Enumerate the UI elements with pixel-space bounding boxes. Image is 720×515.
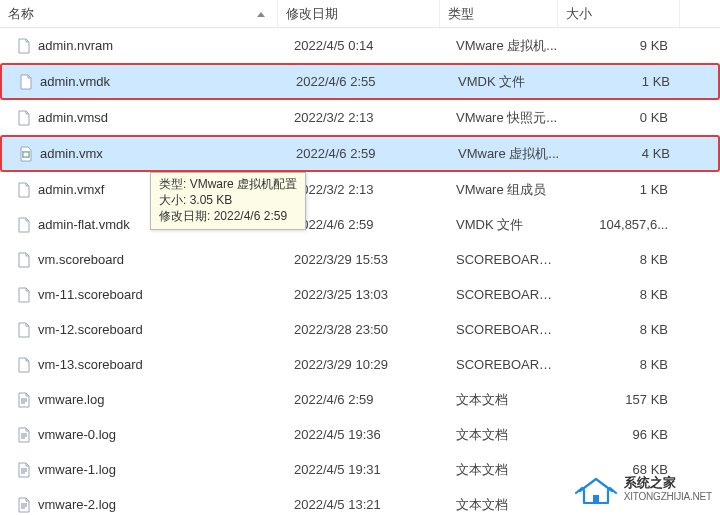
doc-file-icon (16, 182, 32, 198)
file-date-cell: 2022/3/29 10:29 (286, 357, 448, 372)
txt-file-icon (16, 392, 32, 408)
column-header-name[interactable]: 名称 (0, 0, 278, 27)
file-type-cell: SCOREBOARD 文... (448, 251, 566, 269)
txt-file-icon (16, 497, 32, 513)
file-name-cell[interactable]: vm-13.scoreboard (8, 357, 286, 373)
column-header-name-label: 名称 (8, 5, 34, 23)
txt-file-icon (16, 462, 32, 478)
column-header-date-label: 修改日期 (286, 5, 338, 23)
column-header-size[interactable]: 大小 (558, 0, 680, 27)
file-name-label: admin.nvram (38, 38, 113, 53)
file-size-cell: 4 KB (568, 146, 678, 161)
file-size-cell: 104,857,6... (566, 217, 676, 232)
file-name-label: admin.vmsd (38, 110, 108, 125)
file-row[interactable]: vm-11.scoreboard2022/3/25 13:03SCOREBOAR… (0, 277, 720, 312)
file-name-cell[interactable]: vmware-2.log (8, 497, 286, 513)
file-row[interactable]: admin-flat.vmdk2022/4/6 2:59VMDK 文件104,8… (0, 207, 720, 242)
file-type-cell: VMDK 文件 (450, 73, 568, 91)
file-row[interactable]: vm.scoreboard2022/3/29 15:53SCOREBOARD 文… (0, 242, 720, 277)
file-name-label: admin.vmx (40, 146, 103, 161)
file-name-cell[interactable]: vm.scoreboard (8, 252, 286, 268)
file-name-label: vmware-0.log (38, 427, 116, 442)
watermark-title: 系统之家 (624, 475, 712, 491)
file-size-cell: 8 KB (566, 357, 676, 372)
doc-file-icon (16, 252, 32, 268)
file-name-label: vm.scoreboard (38, 252, 124, 267)
file-name-cell[interactable]: admin.vmdk (10, 74, 288, 90)
column-header-type[interactable]: 类型 (440, 0, 558, 27)
file-name-cell[interactable]: admin.vmx (10, 146, 288, 162)
file-name-label: vm-12.scoreboard (38, 322, 143, 337)
file-date-cell: 2022/3/28 23:50 (286, 322, 448, 337)
file-row[interactable]: admin.vmsd2022/3/2 2:13VMware 快照元...0 KB (0, 100, 720, 135)
file-size-cell: 8 KB (566, 252, 676, 267)
file-name-label: vmware.log (38, 392, 104, 407)
file-name-cell[interactable]: vm-12.scoreboard (8, 322, 286, 338)
doc-file-icon (16, 322, 32, 338)
watermark-subtitle: XITONGZHIJIA.NET (624, 491, 712, 503)
file-type-cell: VMware 快照元... (448, 109, 566, 127)
file-name-label: vmware-1.log (38, 462, 116, 477)
file-date-cell: 2022/3/2 2:13 (286, 110, 448, 125)
file-size-cell: 157 KB (566, 392, 676, 407)
file-date-cell: 2022/4/5 19:36 (286, 427, 448, 442)
txt-file-icon (16, 427, 32, 443)
file-row[interactable]: admin.vmdk2022/4/6 2:55VMDK 文件1 KB (0, 63, 720, 100)
column-header-row: 名称 修改日期 类型 大小 (0, 0, 720, 28)
file-name-cell[interactable]: vmware-0.log (8, 427, 286, 443)
file-size-cell: 8 KB (566, 287, 676, 302)
doc-file-icon (16, 287, 32, 303)
file-row[interactable]: vm-12.scoreboard2022/3/28 23:50SCOREBOAR… (0, 312, 720, 347)
file-date-cell: 2022/4/6 2:59 (286, 392, 448, 407)
file-row[interactable]: vmware-0.log2022/4/5 19:36文本文档96 KB (0, 417, 720, 452)
watermark-text: 系统之家 XITONGZHIJIA.NET (624, 475, 712, 503)
file-name-cell[interactable]: vmware.log (8, 392, 286, 408)
tooltip-size-line: 大小: 3.05 KB (159, 192, 297, 208)
file-date-cell: 2022/3/2 2:13 (286, 182, 448, 197)
file-date-cell: 2022/4/5 19:31 (286, 462, 448, 477)
file-date-cell: 2022/3/29 15:53 (286, 252, 448, 267)
watermark-logo-icon (574, 471, 618, 507)
file-type-cell: VMDK 文件 (448, 216, 566, 234)
file-name-label: vm-13.scoreboard (38, 357, 143, 372)
file-row[interactable]: vm-13.scoreboard2022/3/29 10:29SCOREBOAR… (0, 347, 720, 382)
file-size-cell: 8 KB (566, 322, 676, 337)
file-row[interactable]: admin.nvram2022/4/5 0:14VMware 虚拟机...9 K… (0, 28, 720, 63)
file-size-cell: 9 KB (566, 38, 676, 53)
file-name-cell[interactable]: vm-11.scoreboard (8, 287, 286, 303)
file-size-cell: 1 KB (568, 74, 678, 89)
file-type-cell: 文本文档 (448, 461, 566, 479)
file-name-cell[interactable]: vmware-1.log (8, 462, 286, 478)
file-name-label: vmware-2.log (38, 497, 116, 512)
file-row[interactable]: admin.vmx2022/4/6 2:59VMware 虚拟机...4 KB (0, 135, 720, 172)
file-date-cell: 2022/4/6 2:55 (288, 74, 450, 89)
svg-rect-0 (593, 495, 599, 503)
file-type-cell: SCOREBOARD 文... (448, 286, 566, 304)
file-type-cell: 文本文档 (448, 496, 566, 514)
file-date-cell: 2022/4/5 13:21 (286, 497, 448, 512)
column-header-date[interactable]: 修改日期 (278, 0, 440, 27)
file-tooltip: 类型: VMware 虚拟机配置 大小: 3.05 KB 修改日期: 2022/… (150, 172, 306, 230)
file-type-cell: VMware 组成员 (448, 181, 566, 199)
doc-file-icon (16, 110, 32, 126)
file-name-label: admin-flat.vmdk (38, 217, 130, 232)
file-type-cell: VMware 虚拟机... (450, 145, 568, 163)
file-type-cell: SCOREBOARD 文... (448, 356, 566, 374)
vmx-file-icon (18, 146, 34, 162)
file-date-cell: 2022/4/6 2:59 (286, 217, 448, 232)
column-header-size-label: 大小 (566, 5, 592, 23)
file-name-label: admin.vmxf (38, 182, 104, 197)
file-name-label: admin.vmdk (40, 74, 110, 89)
file-type-cell: VMware 虚拟机... (448, 37, 566, 55)
file-size-cell: 0 KB (566, 110, 676, 125)
file-name-cell[interactable]: admin.nvram (8, 38, 286, 54)
file-date-cell: 2022/3/25 13:03 (286, 287, 448, 302)
file-size-cell: 96 KB (566, 427, 676, 442)
tooltip-type-line: 类型: VMware 虚拟机配置 (159, 176, 297, 192)
file-row[interactable]: vmware.log2022/4/6 2:59文本文档157 KB (0, 382, 720, 417)
file-type-cell: 文本文档 (448, 391, 566, 409)
doc-file-icon (16, 38, 32, 54)
file-name-cell[interactable]: admin.vmsd (8, 110, 286, 126)
file-row[interactable]: admin.vmxf2022/3/2 2:13VMware 组成员1 KB (0, 172, 720, 207)
column-header-type-label: 类型 (448, 5, 474, 23)
